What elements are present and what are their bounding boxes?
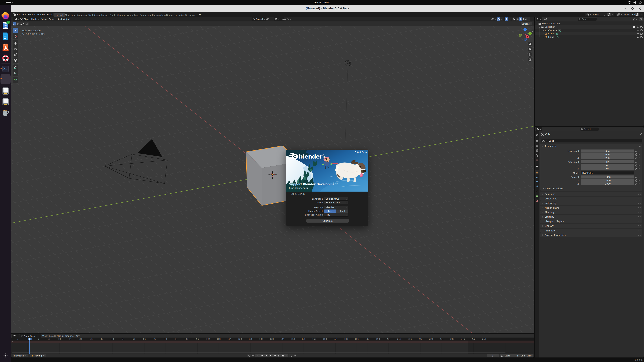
continue-button[interactable]: Continue [306,219,349,223]
topbar-menu-render[interactable]: Render [28,12,36,17]
prev-keyframe-button[interactable] [260,354,264,357]
add-workspace-button[interactable]: + [199,12,201,17]
gizmos-button[interactable] [497,17,500,21]
select-invert-button[interactable] [22,22,26,25]
transform-field-y[interactable]: 1.000 [581,179,634,182]
viewport-3d[interactable]: Object Mode ViewSelectAddObject Global [11,17,534,333]
animate-dot[interactable] [639,162,640,162]
properties-tab-constraints[interactable] [535,189,539,193]
topbar-menu-window[interactable]: Window [36,12,46,17]
object-name-field[interactable]: Cube [541,139,642,142]
transform-field-y[interactable]: 0 m [581,153,634,156]
outliner-display-mode[interactable] [544,17,550,21]
shading-mode-switch[interactable] [516,17,530,21]
security-shield-icon[interactable] [628,1,631,4]
workspace-tab-texture-paint[interactable]: Texture Paint [99,13,117,17]
overlays-toggle[interactable] [505,17,510,21]
power-icon[interactable] [639,1,642,4]
chevron-right-icon[interactable] [542,30,544,31]
transform-field-z[interactable]: 1.000 [581,182,634,185]
select-intersect-button[interactable] [26,22,29,25]
lock-icon[interactable] [635,150,638,152]
animate-dot[interactable] [639,173,640,173]
pivot-point-selector[interactable] [265,17,272,21]
window-titlebar[interactable]: (Unsaved) - Blender 5.0.0 Beta [11,5,644,12]
outliner-row-cube[interactable]: Cube [535,32,644,35]
properties-tab-view-layer[interactable] [535,149,539,153]
mode-selector[interactable]: Object Mode [19,17,40,21]
properties-section-instancing[interactable]: Instancing [540,201,642,205]
properties-tab-scene[interactable] [535,153,539,158]
camera-view-button[interactable] [528,52,532,57]
app-grid-button[interactable] [0,353,11,358]
transform-field-rotation-x[interactable]: 0° [581,160,634,163]
annotate-tool[interactable] [13,64,18,70]
properties-tab-physics[interactable] [535,184,539,188]
lock-icon[interactable] [635,157,638,159]
properties-tab-world[interactable] [535,158,539,162]
play-button[interactable] [268,354,273,357]
eye-toggle-icon[interactable] [636,29,639,32]
move-tool[interactable] [13,40,18,46]
lock-icon[interactable] [635,161,638,163]
outliner-row-camera[interactable]: Camera [535,29,644,32]
shading-rendered-button[interactable] [525,17,528,21]
lock-icon[interactable] [635,176,638,178]
properties-editor-type-button[interactable] [536,127,542,131]
dock-item-trash[interactable] [0,109,11,116]
transform-orientation-selector[interactable]: Global [252,17,266,21]
splash-support-url[interactable]: fund.blender.org [289,187,308,189]
workspace-tab-sculpting[interactable]: Sculpting [75,13,88,17]
dock-item-help[interactable] [0,54,11,62]
step-forward-button[interactable] [281,354,285,357]
properties-section-motion-paths[interactable]: Motion Paths [540,206,642,210]
gizmo-z-axis[interactable]: Z [524,28,527,31]
step-dropdown-button[interactable] [285,354,288,357]
transform-field-y[interactable]: 0° [581,164,634,167]
drag-dots-icon[interactable] [638,198,641,199]
loop-button[interactable] [289,354,294,357]
transform-panel-header[interactable]: Transform [542,145,556,147]
shading-solid-button[interactable] [519,17,522,21]
lock-icon[interactable] [635,164,638,167]
viewport-menu-select[interactable]: Select [49,17,56,21]
properties-search[interactable]: Search [580,128,599,131]
properties-section-custom-properties[interactable]: Custom Properties [540,233,642,237]
new-viewlayer-button[interactable] [635,13,639,16]
viewport-menu-object[interactable]: Object [63,17,70,21]
chevron-right-icon[interactable] [542,36,544,38]
properties-section-collections[interactable]: Collections [540,197,642,201]
properties-section-visibility[interactable]: Visibility [540,215,642,219]
select-set-button[interactable] [13,22,16,25]
properties-tab-particles[interactable] [535,180,539,184]
properties-options-chevron[interactable] [640,128,642,130]
gizmo-neg-y[interactable] [519,34,522,37]
maximize-button[interactable] [629,5,636,12]
viewport-menu-view[interactable]: View [42,17,47,21]
workspace-tab-geometry-nodes[interactable]: Geometry Nodes [164,13,186,17]
drag-dots-icon[interactable] [639,145,641,147]
pan-hand-button[interactable] [528,47,532,51]
navigation-gizmo[interactable]: Z Y X [516,24,533,44]
scene-selector[interactable]: Scene [585,12,614,16]
dock-item-writer[interactable] [0,32,11,40]
add-cube-tool[interactable] [13,77,18,83]
overlays-dropdown-button[interactable] [508,17,510,21]
scale-tool[interactable] [13,52,18,57]
dock-item-disk2[interactable] [0,98,11,106]
properties-tab-collection[interactable] [535,164,539,168]
transform-field-scale-x[interactable]: 1.000 [581,175,634,178]
outliner-row-light[interactable]: Light [535,35,644,39]
splash-field-spacebar-action[interactable]: Play [324,213,348,216]
transform-field-location-x[interactable]: 0 m [581,149,634,152]
drag-dots-icon[interactable] [638,202,641,204]
shading-wireframe-button[interactable] [516,17,519,21]
mouse-select-left-button[interactable]: Left [324,210,336,213]
topbar-menu-file[interactable]: File [16,12,21,17]
animate-dot[interactable] [639,157,640,158]
drag-dots-icon[interactable] [638,193,641,195]
camera-toggle-icon[interactable] [640,36,643,38]
xray-toggle[interactable] [512,17,515,21]
select-subtract-button[interactable] [19,22,22,25]
properties-section-line-art[interactable]: Line Art [540,224,642,228]
